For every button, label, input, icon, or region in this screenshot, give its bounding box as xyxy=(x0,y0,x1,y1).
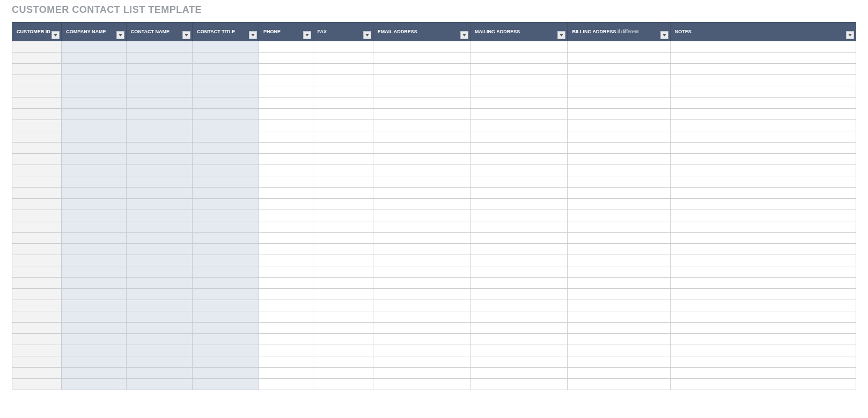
table-cell[interactable] xyxy=(259,165,313,176)
table-cell[interactable] xyxy=(373,199,470,210)
table-cell[interactable] xyxy=(62,323,126,334)
table-cell[interactable] xyxy=(62,41,126,53)
table-cell[interactable] xyxy=(259,41,313,53)
table-cell[interactable] xyxy=(126,188,193,199)
table-cell[interactable] xyxy=(62,356,126,368)
table-cell[interactable] xyxy=(373,53,470,64)
table-cell[interactable] xyxy=(62,98,126,109)
table-cell[interactable] xyxy=(259,64,313,75)
table-cell[interactable] xyxy=(313,266,373,278)
table-cell[interactable] xyxy=(313,120,373,131)
table-cell[interactable] xyxy=(373,41,470,53)
table-cell[interactable] xyxy=(62,109,126,120)
table-cell[interactable] xyxy=(313,356,373,368)
table-cell[interactable] xyxy=(12,131,62,143)
table-cell[interactable] xyxy=(670,244,856,255)
table-cell[interactable] xyxy=(373,86,470,98)
table-cell[interactable] xyxy=(373,379,470,390)
table-cell[interactable] xyxy=(193,154,259,165)
table-cell[interactable] xyxy=(470,165,568,176)
table-cell[interactable] xyxy=(670,233,856,244)
table-cell[interactable] xyxy=(470,255,568,266)
table-cell[interactable] xyxy=(12,266,62,278)
table-cell[interactable] xyxy=(259,199,313,210)
table-cell[interactable] xyxy=(126,131,193,143)
table-cell[interactable] xyxy=(670,75,856,86)
filter-dropdown-button[interactable] xyxy=(303,31,311,39)
table-cell[interactable] xyxy=(568,345,670,356)
table-cell[interactable] xyxy=(470,233,568,244)
table-cell[interactable] xyxy=(12,143,62,154)
table-cell[interactable] xyxy=(259,255,313,266)
table-cell[interactable] xyxy=(568,98,670,109)
table-cell[interactable] xyxy=(259,345,313,356)
table-cell[interactable] xyxy=(670,176,856,188)
table-cell[interactable] xyxy=(62,300,126,311)
table-cell[interactable] xyxy=(568,255,670,266)
table-cell[interactable] xyxy=(470,244,568,255)
table-cell[interactable] xyxy=(373,131,470,143)
table-cell[interactable] xyxy=(568,143,670,154)
table-cell[interactable] xyxy=(373,176,470,188)
table-cell[interactable] xyxy=(62,120,126,131)
table-cell[interactable] xyxy=(373,345,470,356)
table-cell[interactable] xyxy=(126,356,193,368)
table-cell[interactable] xyxy=(259,143,313,154)
table-cell[interactable] xyxy=(193,120,259,131)
table-cell[interactable] xyxy=(12,356,62,368)
table-cell[interactable] xyxy=(373,323,470,334)
filter-dropdown-button[interactable] xyxy=(846,31,854,39)
table-cell[interactable] xyxy=(670,53,856,64)
table-cell[interactable] xyxy=(313,244,373,255)
table-cell[interactable] xyxy=(12,278,62,289)
table-cell[interactable] xyxy=(62,334,126,345)
table-cell[interactable] xyxy=(313,98,373,109)
table-cell[interactable] xyxy=(670,334,856,345)
table-cell[interactable] xyxy=(62,131,126,143)
table-cell[interactable] xyxy=(193,221,259,233)
table-cell[interactable] xyxy=(12,75,62,86)
table-cell[interactable] xyxy=(313,311,373,323)
table-cell[interactable] xyxy=(62,278,126,289)
table-cell[interactable] xyxy=(470,345,568,356)
table-cell[interactable] xyxy=(12,221,62,233)
table-cell[interactable] xyxy=(12,244,62,255)
table-cell[interactable] xyxy=(259,368,313,379)
table-cell[interactable] xyxy=(313,154,373,165)
table-cell[interactable] xyxy=(193,345,259,356)
table-cell[interactable] xyxy=(373,143,470,154)
table-cell[interactable] xyxy=(62,311,126,323)
table-cell[interactable] xyxy=(373,334,470,345)
table-cell[interactable] xyxy=(126,266,193,278)
table-cell[interactable] xyxy=(470,289,568,300)
table-cell[interactable] xyxy=(313,289,373,300)
table-cell[interactable] xyxy=(126,53,193,64)
table-cell[interactable] xyxy=(193,75,259,86)
table-cell[interactable] xyxy=(670,143,856,154)
table-cell[interactable] xyxy=(259,278,313,289)
table-cell[interactable] xyxy=(568,165,670,176)
table-cell[interactable] xyxy=(126,334,193,345)
table-cell[interactable] xyxy=(12,334,62,345)
table-cell[interactable] xyxy=(373,311,470,323)
filter-dropdown-button[interactable] xyxy=(249,31,257,39)
table-cell[interactable] xyxy=(12,165,62,176)
table-cell[interactable] xyxy=(470,356,568,368)
table-cell[interactable] xyxy=(313,300,373,311)
table-cell[interactable] xyxy=(193,244,259,255)
table-cell[interactable] xyxy=(568,244,670,255)
table-cell[interactable] xyxy=(259,244,313,255)
table-cell[interactable] xyxy=(259,266,313,278)
table-cell[interactable] xyxy=(12,255,62,266)
filter-dropdown-button[interactable] xyxy=(460,31,468,39)
table-cell[interactable] xyxy=(470,300,568,311)
table-cell[interactable] xyxy=(470,278,568,289)
table-cell[interactable] xyxy=(373,154,470,165)
table-cell[interactable] xyxy=(568,379,670,390)
table-cell[interactable] xyxy=(12,53,62,64)
table-cell[interactable] xyxy=(193,53,259,64)
table-cell[interactable] xyxy=(126,221,193,233)
filter-dropdown-button[interactable] xyxy=(182,31,190,39)
table-cell[interactable] xyxy=(126,176,193,188)
table-cell[interactable] xyxy=(373,188,470,199)
